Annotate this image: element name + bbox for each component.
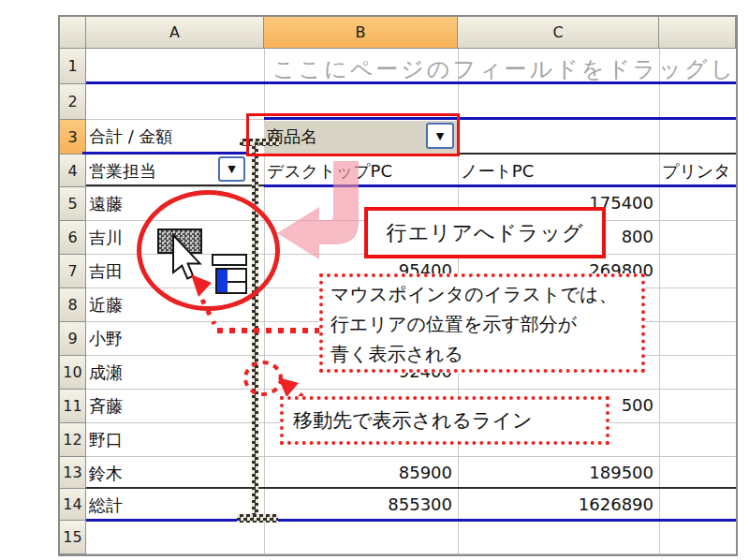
pivot-layout-icon-column-bar: [212, 254, 247, 266]
dropdown-arrow-icon: ▼: [228, 163, 235, 175]
pointer-note-line: マウスポインタのイラストでは、: [330, 279, 634, 309]
row-header-7[interactable]: 7: [60, 255, 86, 288]
row-header-13[interactable]: 13: [60, 457, 86, 489]
row-header-14[interactable]: 14: [60, 489, 86, 521]
cell-C4[interactable]: ノートPC: [461, 160, 656, 187]
column-header-C[interactable]: C: [458, 17, 659, 49]
red-highlight-box: [246, 113, 460, 156]
pivot-border-line: [86, 487, 736, 489]
pivot-layout-icon: [215, 268, 247, 294]
pivot-border-line: [458, 153, 736, 155]
page-field-drop-area-text: ここにページのフィールドをドラッグし: [272, 54, 738, 84]
cell-A10[interactable]: 成瀬: [89, 361, 261, 390]
destination-line-bottom-tail: [237, 514, 278, 523]
row-header-1[interactable]: 1: [60, 49, 86, 84]
destination-line: [252, 142, 258, 519]
cell-B14[interactable]: 855300: [267, 494, 452, 521]
row-header-6[interactable]: 6: [60, 221, 86, 255]
row-header-4[interactable]: 4: [60, 155, 86, 187]
pivot-border-line: [86, 81, 736, 84]
mouse-cursor-icon: [172, 234, 202, 281]
row-header-5[interactable]: 5: [60, 187, 86, 221]
drag-callout-box: 行エリアへドラッグ: [364, 207, 606, 258]
column-header-B[interactable]: B: [264, 17, 458, 49]
cell-A11[interactable]: 斉藤: [89, 395, 261, 423]
pivot-border-line: [86, 519, 736, 522]
column-header-A[interactable]: A: [86, 17, 264, 49]
row-header-3[interactable]: 3: [60, 120, 86, 155]
drag-callout-text: 行エリアへドラッグ: [386, 219, 583, 247]
pointer-note-line: 行エリアの位置を示す部分が: [330, 309, 634, 339]
cell-C13[interactable]: 189500: [461, 463, 654, 489]
row-header-8[interactable]: 8: [60, 288, 86, 322]
line-callout-text: 移動先で表示されるライン: [293, 407, 532, 434]
cell-A3[interactable]: 合計 / 金額: [89, 125, 261, 155]
row-header-2[interactable]: 2: [60, 84, 86, 120]
pivot-border-line: [82, 152, 249, 155]
cell-A9[interactable]: 小野: [89, 328, 261, 356]
salesrep-field-dropdown-button[interactable]: ▼: [218, 156, 245, 182]
line-callout-box: 移動先で表示されるライン: [280, 396, 609, 445]
screenshot-stage: ABC123456789101112131415合計 / 金額商品名営業担当デス…: [0, 0, 749, 560]
row-header-15[interactable]: 15: [60, 521, 86, 554]
pointer-note-box: マウスポインタのイラストでは、 行エリアの位置を示す部分が 青く表示される: [319, 273, 645, 373]
cell-A12[interactable]: 野口: [89, 429, 261, 457]
cell-A14[interactable]: 総計: [89, 494, 261, 521]
gridline-vertical: [659, 49, 660, 554]
row-header-9[interactable]: 9: [60, 322, 86, 356]
cell-A13[interactable]: 鈴木: [89, 463, 261, 489]
cell-D4[interactable]: プリンタ: [662, 160, 733, 187]
row-header-11[interactable]: 11: [60, 390, 86, 423]
cell-B13[interactable]: 85900: [267, 463, 452, 489]
row-header-10[interactable]: 10: [60, 356, 86, 390]
row-area-blue-bar: [217, 270, 228, 292]
cell-C14[interactable]: 1626890: [461, 494, 654, 521]
pivot-layout-icon-divider: [228, 281, 245, 283]
row-header-12[interactable]: 12: [60, 423, 86, 457]
gridline-horizontal: [86, 553, 736, 554]
pointer-note-line: 青く表示される: [330, 339, 634, 369]
pivot-border-line: [86, 184, 264, 186]
column-header-D[interactable]: [659, 17, 736, 49]
corner-select-all[interactable]: [60, 17, 86, 49]
